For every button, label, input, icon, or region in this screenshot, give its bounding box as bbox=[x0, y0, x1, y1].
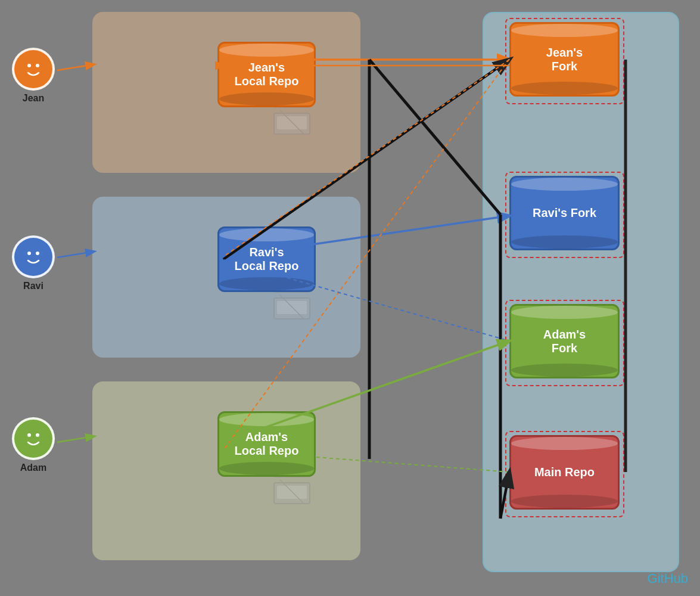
person-jean: Jean bbox=[12, 48, 55, 104]
jean-local-repo: Jean'sLocal Repo bbox=[217, 42, 316, 107]
adam-name-label: Adam bbox=[20, 462, 46, 473]
person-ravi: Ravi bbox=[12, 235, 55, 291]
adam-local-repo: Adam'sLocal Repo bbox=[217, 411, 316, 477]
jean-local-repo-label: Jean'sLocal Repo bbox=[235, 61, 299, 88]
cross-arrow-1 bbox=[369, 60, 500, 215]
svg-point-28 bbox=[27, 433, 31, 437]
jean-avatar bbox=[12, 48, 55, 91]
ravi-name-label: Ravi bbox=[23, 281, 43, 291]
svg-point-27 bbox=[21, 427, 45, 451]
adam-avatar bbox=[12, 417, 55, 460]
ravi-local-panel: Ravi'sLocal Repo bbox=[92, 197, 360, 358]
ravi-avatar bbox=[12, 235, 55, 278]
svg-point-26 bbox=[36, 252, 39, 255]
svg-point-24 bbox=[21, 245, 45, 269]
ravi-fork-label: Ravi's Fork bbox=[533, 206, 596, 220]
main-repo-label: Main Repo bbox=[534, 465, 595, 479]
person-adam: Adam bbox=[12, 417, 55, 473]
adam-local-panel: Adam'sLocal Repo bbox=[92, 381, 360, 560]
jean-face-icon bbox=[20, 56, 46, 82]
jean-name-label: Jean bbox=[23, 93, 44, 104]
ravi-to-local-arrow bbox=[57, 252, 94, 257]
svg-point-29 bbox=[36, 433, 39, 437]
svg-point-21 bbox=[21, 57, 45, 81]
ravi-local-repo-label: Ravi'sLocal Repo bbox=[235, 246, 299, 273]
adam-face-icon bbox=[20, 426, 46, 452]
svg-point-22 bbox=[27, 64, 31, 67]
jean-to-local-arrow bbox=[57, 64, 94, 70]
svg-point-23 bbox=[36, 64, 39, 67]
svg-point-25 bbox=[27, 252, 31, 255]
jean-local-panel: Jean'sLocal Repo bbox=[92, 12, 360, 173]
jean-fork-label: Jean'sFork bbox=[546, 46, 583, 73]
adam-to-local-arrow bbox=[57, 436, 94, 442]
ravi-local-repo: Ravi'sLocal Repo bbox=[217, 226, 316, 292]
adam-local-repo-label: Adam'sLocal Repo bbox=[235, 430, 299, 458]
github-label: GitHub bbox=[648, 571, 688, 586]
jean-fork-repo: Jean'sFork bbox=[509, 22, 620, 97]
ravi-fork-repo: Ravi's Fork bbox=[509, 176, 620, 250]
main-repo: Main Repo bbox=[509, 435, 620, 510]
adam-fork-repo: Adam'sFork bbox=[509, 304, 620, 378]
ravi-face-icon bbox=[20, 244, 46, 270]
adam-fork-label: Adam'sFork bbox=[543, 328, 586, 355]
